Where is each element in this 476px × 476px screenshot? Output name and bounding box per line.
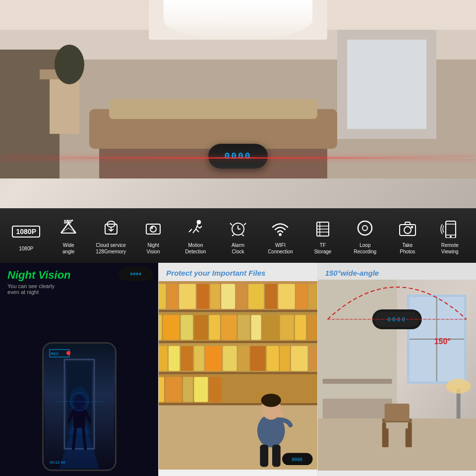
svg-rect-107	[318, 418, 476, 471]
phone-frame: REC 00:12:34	[42, 342, 117, 471]
svg-rect-58	[248, 284, 264, 309]
alarm-icon	[226, 216, 250, 240]
night-device-small: 0000	[119, 267, 153, 281]
svg-rect-66	[163, 315, 180, 340]
feature-1080p: 1080P 1080P	[7, 220, 45, 252]
svg-rect-102	[260, 445, 269, 467]
svg-rect-60	[279, 284, 296, 309]
svg-rect-80	[169, 346, 179, 371]
feature-wide-angle: 150° Wideangle	[50, 216, 87, 255]
svg-line-38	[73, 428, 75, 449]
wide-angle-icon: 150°	[57, 216, 80, 240]
svg-rect-59	[265, 284, 278, 309]
svg-rect-56	[221, 284, 235, 309]
night-vision-image: REC 00:12:34	[45, 345, 114, 469]
svg-rect-78	[159, 372, 317, 374]
svg-rect-87	[267, 346, 279, 371]
angle-header: 150°wide-angle	[318, 263, 476, 280]
files-content: 0000	[159, 281, 317, 470]
svg-rect-94	[166, 377, 182, 402]
svg-rect-71	[238, 315, 250, 340]
svg-point-28	[450, 236, 452, 238]
svg-rect-74	[280, 315, 294, 340]
svg-rect-25	[446, 221, 456, 238]
feature-label-loop: LoopRecording	[354, 242, 377, 255]
files-title: Protect your Important Files	[166, 269, 309, 277]
feature-alarm: AlarmClock	[219, 216, 256, 255]
features-bar: 1080P 1080P 150° Wideangle Cloud service…	[0, 208, 476, 263]
night-vision-header: Night Vision You can see clearlyeven at …	[0, 263, 158, 298]
svg-rect-113	[322, 379, 392, 384]
svg-rect-82	[194, 346, 204, 371]
feature-label-motion: MotionDetection	[185, 242, 206, 255]
feature-motion: MotionDetection	[177, 216, 214, 255]
svg-rect-92	[159, 403, 317, 405]
files-panel: Protect your Important Files	[158, 263, 317, 476]
svg-rect-52	[167, 284, 178, 309]
svg-point-21	[362, 226, 367, 231]
feature-photos: TakePhotos	[389, 216, 426, 255]
feature-night: NightVision	[135, 216, 172, 255]
svg-rect-73	[262, 315, 279, 340]
svg-text:150°: 150°	[434, 337, 450, 346]
feature-cloud: Cloud service128Gmemory	[92, 216, 129, 255]
phone-screen: REC 00:12:34	[44, 344, 115, 470]
cloud-icon	[99, 216, 123, 240]
feature-storage: TFStorage	[304, 216, 341, 255]
svg-point-7	[197, 220, 201, 224]
svg-point-23	[404, 227, 411, 234]
svg-rect-51	[159, 284, 166, 309]
night-vision-title: Night Vision	[7, 269, 71, 282]
svg-rect-112	[318, 280, 397, 418]
feature-label-remote: RemoteViewing	[441, 242, 459, 255]
svg-point-40	[69, 387, 89, 412]
feature-wifi: WIFIConnection	[262, 216, 299, 255]
svg-rect-91	[159, 374, 317, 405]
resolution-icon: 1080P	[14, 220, 38, 243]
svg-point-14	[279, 234, 282, 236]
laser-detection-line	[0, 157, 476, 159]
svg-rect-85	[238, 346, 249, 371]
svg-rect-54	[197, 284, 209, 309]
feature-label-photos: TakePhotos	[400, 242, 415, 255]
svg-rect-90	[309, 346, 317, 371]
svg-line-8	[189, 229, 192, 232]
svg-text:0000: 0000	[292, 457, 303, 462]
svg-point-116	[446, 379, 471, 394]
night-vision-panel: Night Vision You can see clearlyeven at …	[0, 263, 158, 476]
feature-label-night: NightVision	[147, 242, 160, 255]
svg-rect-64	[159, 341, 317, 343]
feature-label-cloud: Cloud service128Gmemory	[96, 242, 126, 255]
svg-rect-84	[223, 346, 237, 371]
svg-rect-97	[209, 377, 222, 402]
svg-rect-96	[194, 377, 208, 402]
feature-label-wifi: WIFIConnection	[268, 242, 293, 255]
remote-icon	[438, 216, 462, 240]
svg-rect-114	[322, 399, 392, 418]
feature-label-wide: Wideangle	[62, 242, 74, 255]
camera-icon	[396, 216, 419, 240]
angle-content: 0000 150°	[318, 280, 476, 471]
svg-rect-88	[280, 346, 290, 371]
svg-rect-68	[194, 315, 208, 340]
svg-rect-103	[272, 445, 281, 467]
svg-point-45	[66, 351, 70, 355]
svg-rect-75	[295, 315, 306, 340]
night-icon	[141, 216, 165, 240]
svg-rect-55	[210, 284, 220, 309]
svg-rect-79	[159, 346, 168, 371]
svg-line-12	[232, 235, 234, 236]
svg-rect-65	[159, 315, 162, 340]
svg-point-101	[275, 411, 284, 417]
svg-rect-57	[237, 284, 247, 309]
svg-rect-124	[384, 404, 409, 421]
storage-icon	[311, 216, 335, 240]
hero-clock-display: 0000	[224, 151, 251, 161]
svg-rect-72	[251, 315, 261, 340]
svg-point-20	[358, 221, 372, 235]
loop-icon	[353, 216, 377, 240]
svg-line-13	[242, 235, 244, 236]
svg-text:REC: REC	[51, 352, 59, 356]
svg-rect-61	[296, 284, 307, 309]
angle-image: 0000 150°	[318, 280, 476, 471]
